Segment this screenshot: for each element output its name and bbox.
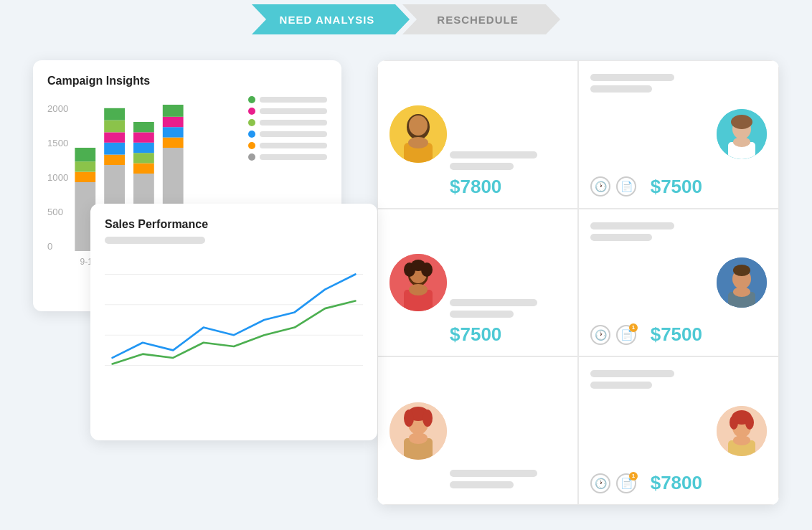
- top-navigation: NEED ANALYSIS RESCHEDULE: [0, 0, 812, 39]
- svg-point-58: [409, 432, 428, 444]
- icons-row-r1-right: 🕐 📄: [590, 176, 636, 197]
- svg-rect-16: [133, 164, 154, 174]
- svg-rect-22: [163, 138, 184, 148]
- panel-cell-r3-right: 🕐 📄 1 $7800: [578, 356, 779, 505]
- doc-icon-r1: 📄: [616, 176, 636, 197]
- text-lines-r2-right: [590, 222, 702, 241]
- text-lines-r2-left: [450, 299, 566, 318]
- svg-point-46: [409, 284, 428, 295]
- panel-cell-r3-left: [377, 356, 578, 505]
- price-r3-right: $7800: [651, 472, 702, 494]
- legend-bar-6: [260, 154, 327, 160]
- svg-point-65: [733, 435, 750, 445]
- avatar-svg-5: [390, 402, 447, 460]
- nav-step-need-analysis[interactable]: NEED ANALYSIS: [252, 4, 410, 34]
- svg-point-40: [733, 137, 750, 147]
- badge-r3: 1: [629, 472, 638, 481]
- svg-point-61: [422, 410, 433, 427]
- price-r2-right: $7500: [651, 323, 702, 346]
- panel-cell-r1-right: 🕐 📄 $7500: [578, 60, 779, 209]
- price-r1-right: $7500: [651, 176, 702, 198]
- avatar-r1-left: [390, 105, 447, 163]
- text-area-r2-right: [590, 222, 767, 247]
- legend-dot-5: [248, 142, 255, 149]
- legend-bar-3: [260, 120, 327, 126]
- sales-sub-bar: [105, 237, 205, 244]
- doc-icon-r2: 📄 1: [616, 325, 636, 345]
- step1-label: NEED ANALYSIS: [280, 14, 375, 26]
- svg-rect-19: [133, 132, 154, 142]
- legend-item-3: [248, 119, 327, 126]
- avatar-svg-4: [717, 257, 767, 308]
- charts-panel: Campaign Insights 2000 1500 1000 500 0: [33, 60, 363, 491]
- clock-icon-r3: 🕐: [590, 473, 610, 493]
- panel-cell-r2-right: 🕐 📄 1 $7500: [578, 209, 779, 357]
- legend-dot-4: [248, 131, 255, 138]
- text-line-11: [590, 370, 674, 377]
- line-chart-svg: [105, 255, 363, 384]
- svg-text:1000: 1000: [47, 172, 68, 183]
- legend-dot-2: [248, 108, 255, 115]
- legend-bar-5: [260, 143, 327, 148]
- bottom-r3-right: 🕐 📄 1 $7800: [590, 472, 767, 494]
- legend-dot-1: [248, 96, 255, 103]
- clock-icon-r2: 🕐: [590, 325, 610, 345]
- icons-row-r3-right: 🕐 📄 1: [590, 473, 636, 493]
- svg-text:1500: 1500: [47, 138, 68, 148]
- svg-point-36: [408, 137, 428, 148]
- legend-item-1: [248, 96, 327, 103]
- svg-rect-20: [133, 122, 154, 132]
- svg-rect-17: [133, 153, 154, 163]
- bottom-r1-right: 🕐 📄 $7500: [590, 176, 767, 198]
- legend-item-6: [248, 153, 327, 161]
- svg-rect-25: [163, 105, 184, 117]
- badge-r2: 1: [629, 323, 638, 332]
- legend-bar-2: [260, 108, 327, 114]
- svg-point-49: [411, 260, 425, 271]
- text-line-5: [450, 299, 537, 306]
- legend-item-2: [248, 108, 327, 115]
- text-line-12: [590, 382, 652, 389]
- text-line-8: [590, 234, 652, 241]
- price-r1-left: $7800: [450, 176, 566, 198]
- svg-point-53: [733, 287, 750, 297]
- svg-rect-24: [163, 117, 184, 127]
- svg-text:0: 0: [47, 241, 52, 252]
- svg-point-41: [731, 115, 752, 129]
- svg-point-68: [745, 415, 754, 430]
- bottom-r2-right: 🕐 📄 1 $7500: [590, 323, 767, 346]
- avatar-r3-left: [390, 402, 447, 460]
- text-area-r1-right: [590, 74, 767, 98]
- text-line-10: [450, 481, 514, 488]
- svg-point-67: [730, 415, 738, 430]
- text-line-4: [590, 85, 652, 93]
- svg-rect-8: [75, 148, 95, 161]
- svg-rect-23: [163, 127, 184, 137]
- svg-point-54: [733, 265, 750, 276]
- avatar-r1-right: [717, 109, 767, 159]
- avatar-svg-3: [390, 254, 447, 311]
- avatar-r2-left: [390, 254, 447, 311]
- panel-cell-r1-left: $7800: [377, 60, 578, 209]
- text-lines-r1-left: [450, 151, 566, 170]
- legend-bar-4: [260, 131, 327, 137]
- avatar-svg-2: [717, 109, 767, 159]
- main-content: Campaign Insights 2000 1500 1000 500 0: [0, 39, 812, 530]
- legend-dot-3: [248, 119, 255, 126]
- doc-icon-r3: 📄 1: [616, 473, 636, 493]
- svg-rect-6: [75, 172, 95, 182]
- avatar-r3-right: [717, 406, 767, 456]
- svg-point-60: [404, 410, 414, 427]
- price-r2-left: $7500: [450, 323, 566, 346]
- clock-icon-r1: 🕐: [590, 176, 610, 197]
- svg-point-34: [409, 115, 428, 136]
- text-lines-r1-right: [590, 74, 702, 93]
- svg-rect-12: [104, 132, 125, 142]
- text-line-3: [590, 74, 674, 81]
- sales-performance-title: Sales Performance: [105, 218, 363, 231]
- nav-step-reschedule[interactable]: RESCHEDULE: [402, 4, 560, 34]
- text-line-2: [450, 163, 514, 170]
- svg-text:500: 500: [47, 207, 63, 217]
- sales-performance-card: Sales Performance: [90, 204, 377, 440]
- avatar-svg-1: [390, 105, 447, 163]
